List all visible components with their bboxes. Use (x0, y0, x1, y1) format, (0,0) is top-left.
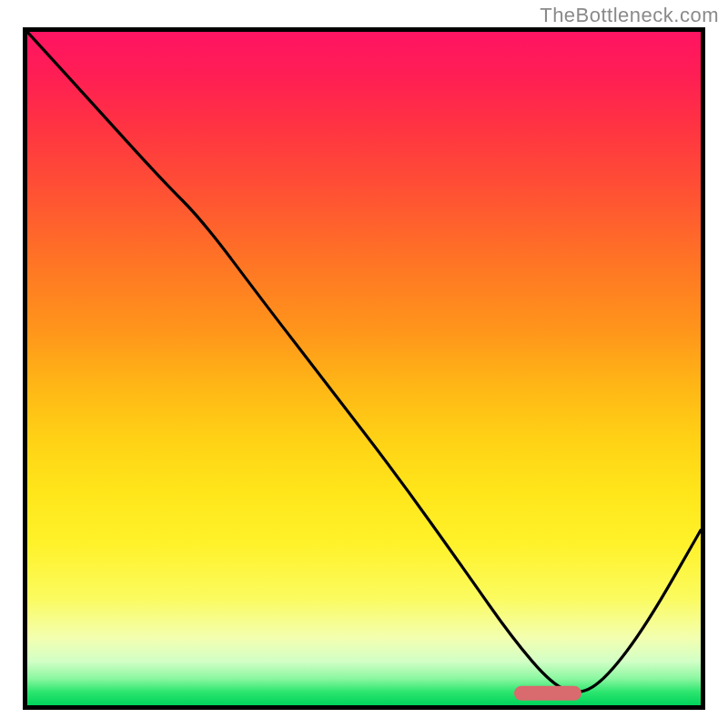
curve-path (27, 32, 701, 692)
watermark-text: TheBottleneck.com (540, 4, 719, 27)
plot-frame (23, 27, 705, 710)
curve-layer (27, 32, 701, 705)
chart-container: TheBottleneck.com (0, 0, 728, 728)
minimum-marker (514, 686, 581, 701)
